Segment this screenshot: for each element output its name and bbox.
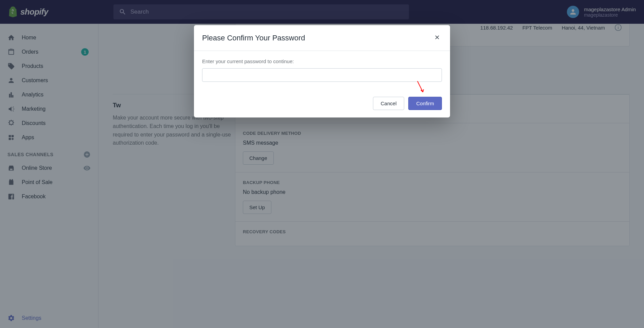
cancel-button[interactable]: Cancel <box>373 97 405 110</box>
modal-body: Enter your current password to continue: <box>194 51 450 89</box>
modal-header: Please Confirm Your Password <box>194 25 450 51</box>
modal-overlay: Please Confirm Your Password Enter your … <box>0 0 644 328</box>
password-label: Enter your current password to continue: <box>202 58 442 64</box>
close-button[interactable] <box>432 33 442 43</box>
modal-title: Please Confirm Your Password <box>202 34 305 42</box>
confirm-password-modal: Please Confirm Your Password Enter your … <box>194 25 450 117</box>
password-input[interactable] <box>202 68 442 82</box>
annotation-arrow <box>415 80 426 97</box>
confirm-button[interactable]: Confirm <box>408 97 442 110</box>
close-icon <box>434 34 441 41</box>
modal-footer: Cancel Confirm <box>194 89 450 117</box>
